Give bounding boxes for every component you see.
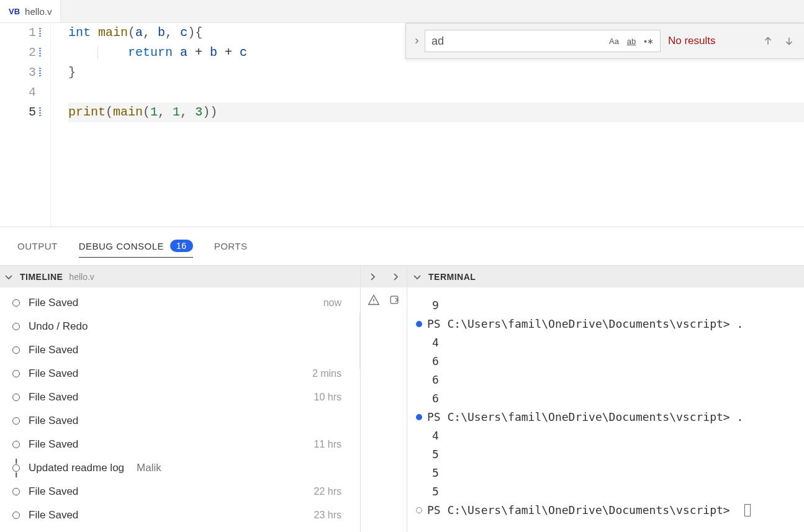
timeline-item[interactable]: File Saved23 hrs xyxy=(12,503,360,527)
timeline-item[interactable]: File Saved2 mins xyxy=(12,362,360,385)
warning-icon[interactable] xyxy=(368,294,380,308)
tab-debug-console[interactable]: DEBUG CONSOLE 16 xyxy=(79,235,193,258)
terminal-line: PS C:\Users\famil\OneDrive\Documents\vsc… xyxy=(416,501,804,520)
timeline-label: Undo / Redo xyxy=(29,320,88,333)
terminal-text: 6 xyxy=(432,371,439,389)
timeline-time: 10 hrs xyxy=(314,392,360,403)
terminal-text: 5 xyxy=(432,464,439,482)
timeline-item[interactable]: File Saved11 hrs xyxy=(12,433,360,456)
terminal-panel: TERMINAL 9PS C:\Users\famil\OneDrive\Doc… xyxy=(407,266,804,532)
debug-icon[interactable] xyxy=(388,294,400,308)
line-number: 1 xyxy=(0,23,36,43)
commit-icon xyxy=(12,464,20,472)
timeline-time: 2 mins xyxy=(312,368,360,379)
timeline-item[interactable]: File Savednow xyxy=(12,291,360,315)
timeline-item[interactable]: File Saved22 hrs xyxy=(12,480,360,503)
cursor-icon xyxy=(744,504,751,516)
timeline-item[interactable]: Undo / Redo xyxy=(12,315,360,338)
timeline-label: File Saved xyxy=(29,509,78,521)
terminal-text: 6 xyxy=(432,389,439,408)
save-icon xyxy=(12,417,20,425)
timeline-item[interactable]: File Saved xyxy=(12,338,360,362)
terminal-text: 9 xyxy=(432,296,439,315)
timeline-label: File Saved xyxy=(29,367,78,380)
find-next-button[interactable] xyxy=(780,32,798,50)
terminal-text: PS C:\Users\famil\OneDrive\Documents\vsc… xyxy=(427,501,737,520)
timeline-subtitle: hello.v xyxy=(69,272,94,282)
terminal-line: 5 xyxy=(416,445,804,464)
timeline-time: 22 hrs xyxy=(314,486,360,497)
find-input[interactable] xyxy=(425,35,607,48)
timeline-label: File Saved xyxy=(29,344,78,356)
line-number: 3 xyxy=(0,63,36,83)
find-expand-toggle[interactable] xyxy=(412,30,421,52)
regex-toggle[interactable]: ▪∗ xyxy=(641,34,656,48)
save-icon xyxy=(12,441,20,448)
terminal-title: TERMINAL xyxy=(428,272,476,282)
terminal-line: 6 xyxy=(416,371,804,389)
chevron-down-icon[interactable] xyxy=(4,272,14,282)
panel-divider xyxy=(360,266,407,532)
timeline-label: File Saved xyxy=(29,391,78,404)
chevron-down-icon[interactable] xyxy=(412,272,422,282)
terminal-header: TERMINAL xyxy=(407,266,804,287)
terminal-text: PS C:\Users\famil\OneDrive\Documents\vsc… xyxy=(427,408,743,426)
timeline-item[interactable]: Updated readme logMalik xyxy=(12,456,360,480)
timeline-author: Malik xyxy=(137,462,161,474)
terminal-text: PS C:\Users\famil\OneDrive\Documents\vsc… xyxy=(427,315,743,333)
terminal-body[interactable]: 9PS C:\Users\famil\OneDrive\Documents\vs… xyxy=(407,287,804,532)
terminal-line: 9 xyxy=(416,296,804,315)
find-widget: Aa ab ▪∗ No results xyxy=(405,23,804,59)
timeline-label: Updated readme log xyxy=(29,462,124,474)
timeline-item[interactable]: File Saved xyxy=(12,409,360,433)
match-case-toggle[interactable]: Aa xyxy=(607,34,621,48)
terminal-line: 6 xyxy=(416,389,804,408)
timeline-label: File Saved xyxy=(29,438,78,451)
terminal-line: 4 xyxy=(416,426,804,445)
line-gutter: 1 2 3 4 5 xyxy=(0,23,51,227)
save-icon xyxy=(12,394,20,401)
terminal-line: 5 xyxy=(416,464,804,482)
line-number: 5 xyxy=(0,102,36,122)
terminal-text: 4 xyxy=(432,333,439,352)
terminal-line: PS C:\Users\famil\OneDrive\Documents\vsc… xyxy=(416,315,804,333)
prompt-dot-icon xyxy=(416,507,422,513)
save-icon xyxy=(12,299,20,307)
editor-tab[interactable]: VB hello.v xyxy=(0,0,61,22)
timeline-time: now xyxy=(323,297,360,309)
timeline-item[interactable]: File Saved10 hrs xyxy=(12,385,360,409)
timeline-time: 23 hrs xyxy=(314,510,360,521)
chevron-right-icon[interactable] xyxy=(365,272,380,282)
save-icon xyxy=(12,370,20,377)
language-badge: VB xyxy=(9,7,20,16)
line-number: 2 xyxy=(0,43,36,63)
terminal-line: PS C:\Users\famil\OneDrive\Documents\vsc… xyxy=(416,408,804,426)
timeline-list: File SavednowUndo / RedoFile SavedFile S… xyxy=(0,287,360,527)
tab-filename: hello.v xyxy=(25,6,52,17)
chevron-right-icon[interactable] xyxy=(388,272,403,282)
save-icon xyxy=(12,346,20,354)
timeline-label: File Saved xyxy=(29,297,78,309)
save-icon xyxy=(12,323,20,330)
find-result-text: No results xyxy=(664,35,720,47)
line-number: 4 xyxy=(0,83,36,102)
find-input-container: Aa ab ▪∗ xyxy=(425,30,661,52)
scrollbar[interactable] xyxy=(359,313,360,369)
svg-rect-0 xyxy=(391,296,398,304)
bottom-panel: TIMELINE hello.v File SavednowUndo / Red… xyxy=(0,265,804,532)
prompt-dot-icon xyxy=(416,321,422,327)
terminal-text: 5 xyxy=(432,445,439,464)
panel-tabs: OUTPUT DEBUG CONSOLE 16 PORTS xyxy=(0,227,804,265)
terminal-line: 4 xyxy=(416,333,804,352)
timeline-panel: TIMELINE hello.v File SavednowUndo / Red… xyxy=(0,266,360,532)
save-icon xyxy=(12,512,20,519)
timeline-label: File Saved xyxy=(29,485,78,498)
find-prev-button[interactable] xyxy=(759,32,777,50)
debug-badge: 16 xyxy=(170,240,193,252)
timeline-header: TIMELINE hello.v xyxy=(0,266,360,287)
match-word-toggle[interactable]: ab xyxy=(624,34,639,48)
tab-output[interactable]: OUTPUT xyxy=(17,236,58,256)
tab-bar: VB hello.v xyxy=(0,0,804,23)
tab-ports[interactable]: PORTS xyxy=(214,236,248,256)
terminal-text: 6 xyxy=(432,352,439,371)
